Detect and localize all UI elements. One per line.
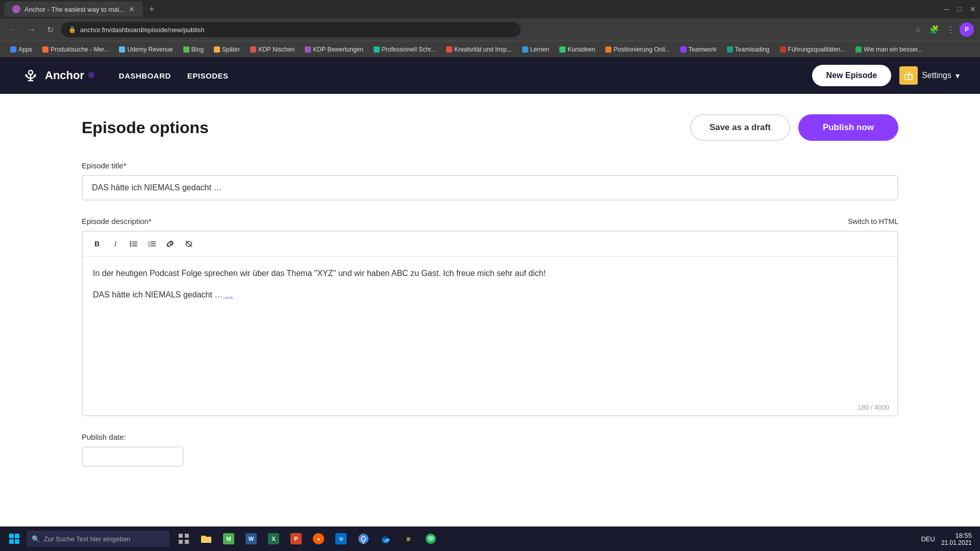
- taskbar-chrome[interactable]: [353, 529, 374, 549]
- new-tab-icon[interactable]: +: [149, 4, 155, 15]
- forward-btn[interactable]: →: [24, 22, 39, 37]
- taskbar-lang: DEU: [921, 535, 935, 543]
- bookmark-2[interactable]: Udemy Revenue: [115, 45, 177, 54]
- bookmark-10[interactable]: Kursideen: [555, 45, 599, 54]
- episode-description-editor[interactable]: In der heutigen Podcast Folge sprechen w…: [83, 257, 897, 399]
- bookmark-label: Kursideen: [568, 46, 595, 53]
- italic-button[interactable]: I: [107, 236, 124, 252]
- ordered-list-button[interactable]: 1. 2. 3.: [144, 236, 160, 252]
- bookmark-label: Professionell Schr...: [382, 46, 436, 53]
- bookmark-label: Lernen: [530, 46, 549, 53]
- ordered-list-icon: 1. 2. 3.: [148, 239, 157, 248]
- start-button[interactable]: [4, 529, 24, 549]
- browser-tab[interactable]: Anchor - The easiest way to mai... ✕: [4, 2, 143, 17]
- taskbar-app-icon-10: ⊞: [403, 533, 414, 544]
- description-header: Episode description* Switch to HTML: [82, 217, 898, 226]
- taskbar-app-3[interactable]: M: [218, 529, 239, 549]
- svg-point-30: [362, 537, 365, 541]
- menu-icon[interactable]: ⋮: [943, 22, 958, 37]
- switch-to-html-link[interactable]: Switch to HTML: [848, 217, 898, 226]
- chrome-icon: [358, 533, 369, 544]
- settings-icon: [899, 66, 918, 85]
- episode-title-input[interactable]: [82, 175, 898, 201]
- bookmark-11[interactable]: Positionierung Onli...: [601, 45, 674, 54]
- bookmark-label: Produktsuche - Mer...: [51, 46, 109, 53]
- search-icon: 🔍: [32, 535, 40, 543]
- taskbar-word[interactable]: W: [241, 529, 261, 549]
- taskbar-search[interactable]: 🔍 Zur Suche Text hier eingeben: [27, 531, 169, 547]
- bookmark-label: Teamleading: [735, 46, 770, 53]
- taskbar-word-icon: W: [246, 533, 257, 544]
- link-button[interactable]: [162, 236, 179, 252]
- bookmark-1[interactable]: Produktsuche - Mer...: [38, 45, 113, 54]
- bookmark-6[interactable]: KDP Bewertungen: [301, 45, 368, 54]
- taskbar-spotify[interactable]: [421, 529, 441, 549]
- bookmark-label: Udemy Revenue: [127, 46, 173, 53]
- lock-icon: 🔒: [68, 26, 76, 33]
- bookmark-4[interactable]: Später: [210, 45, 244, 54]
- svg-rect-22: [9, 539, 14, 544]
- taskbar-file-explorer[interactable]: [196, 529, 216, 549]
- url-text: anchor.fm/dashboard/episode/new/publish: [80, 26, 205, 34]
- publish-now-button[interactable]: Publish now: [798, 114, 898, 141]
- publish-date-input[interactable]: [82, 446, 184, 467]
- extensions-icon[interactable]: 🧩: [927, 22, 941, 37]
- save-draft-button[interactable]: Save as a draft: [690, 114, 790, 141]
- logo-registered: ®: [88, 71, 94, 80]
- profile-avatar[interactable]: P: [960, 22, 974, 37]
- tab-close-icon[interactable]: ✕: [129, 5, 135, 13]
- taskbar-app-7[interactable]: ⚙: [331, 529, 351, 549]
- logo-text: Anchor: [45, 69, 84, 82]
- close-btn[interactable]: ✕: [970, 5, 976, 13]
- bookmark-9[interactable]: Lernen: [518, 45, 553, 54]
- settings-button[interactable]: Settings ▾: [899, 66, 960, 85]
- unlink-button[interactable]: [181, 236, 197, 252]
- bookmark-14[interactable]: Führungsqualitäten...: [776, 45, 850, 54]
- bookmark-label: Wie man ein besser...: [864, 46, 922, 53]
- restore-btn[interactable]: □: [958, 5, 962, 13]
- spotify-icon: [425, 533, 436, 544]
- bookmark-13[interactable]: Teamleading: [723, 45, 774, 54]
- back-btn[interactable]: ←: [6, 22, 20, 37]
- unlink-icon: [184, 239, 193, 248]
- taskbar-edge[interactable]: [376, 529, 396, 549]
- browser-nav-actions: ☆ 🧩 ⋮ P: [911, 22, 974, 37]
- bold-button[interactable]: B: [89, 236, 105, 252]
- taskbar-excel-icon: X: [268, 533, 279, 544]
- taskbar-task-view[interactable]: [174, 529, 194, 549]
- windows-taskbar: 🔍 Zur Suche Text hier eingeben M W X: [0, 527, 980, 551]
- taskbar-time-value: 18:55: [941, 532, 972, 539]
- bookmark-apps[interactable]: Apps: [6, 45, 36, 54]
- nav-dashboard[interactable]: DASHBOARD: [119, 71, 171, 80]
- bookmark-label: Apps: [18, 46, 32, 53]
- unordered-list-button[interactable]: [126, 236, 142, 252]
- description-link[interactable]: …: [223, 290, 233, 299]
- browser-chrome: Anchor - The easiest way to mai... ✕ + ─…: [0, 0, 980, 57]
- bookmark-teamwork[interactable]: Teamwork: [676, 45, 721, 54]
- taskbar-powerpoint[interactable]: P: [286, 529, 306, 549]
- new-episode-button[interactable]: New Episode: [812, 65, 892, 86]
- nav-episodes[interactable]: EPISODES: [187, 71, 229, 80]
- settings-label: Settings: [922, 71, 951, 80]
- taskbar-apps: M W X P ● ⚙: [174, 529, 441, 549]
- svg-point-31: [426, 534, 436, 544]
- bookmark-icon[interactable]: ☆: [911, 22, 925, 37]
- taskbar-app-6[interactable]: ●: [308, 529, 329, 549]
- bookmark-label: Führungsqualitäten...: [788, 46, 846, 53]
- svg-rect-25: [185, 534, 189, 538]
- bookmark-7[interactable]: Professionell Schr...: [370, 45, 440, 54]
- address-bar[interactable]: 🔒 anchor.fm/dashboard/episode/new/publis…: [61, 22, 521, 37]
- taskbar-search-text: Zur Suche Text hier eingeben: [44, 535, 131, 543]
- editor-toolbar: B I 1.: [83, 232, 897, 257]
- taskbar-excel[interactable]: X: [263, 529, 284, 549]
- taskbar-time: 18:55 21.01.2021: [941, 532, 972, 546]
- page-content: Episode options Save as a draft Publish …: [0, 94, 980, 551]
- bookmark-8[interactable]: Kreativität und Insp...: [442, 45, 516, 54]
- bookmark-3[interactable]: Blog: [179, 45, 208, 54]
- bookmark-5[interactable]: KDP Nischen: [246, 45, 299, 54]
- refresh-btn[interactable]: ↻: [43, 22, 57, 37]
- bookmark-15[interactable]: Wie man ein besser...: [851, 45, 926, 54]
- anchor-logo[interactable]: Anchor ®: [20, 65, 94, 86]
- taskbar-app-10[interactable]: ⊞: [398, 529, 419, 549]
- minimize-btn[interactable]: ─: [944, 5, 949, 13]
